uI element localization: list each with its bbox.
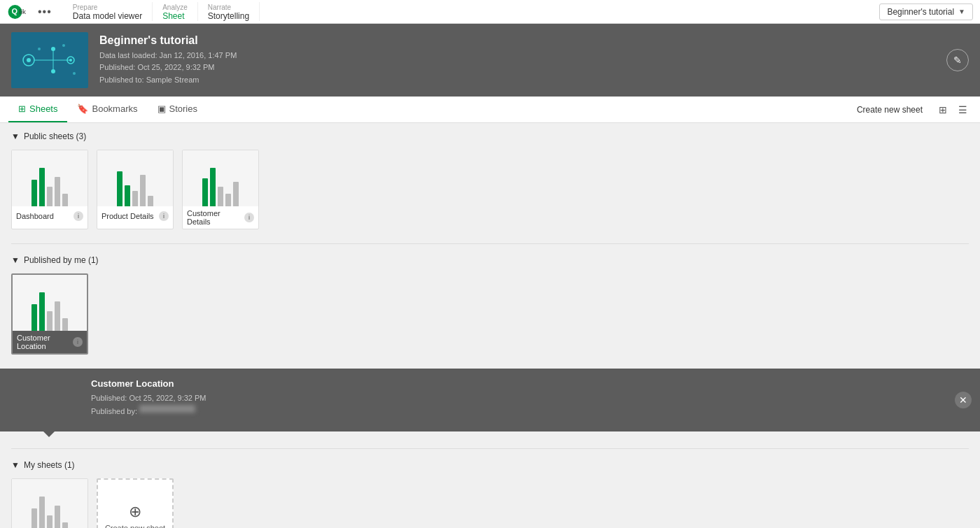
nav-more-icon[interactable]: ••• bbox=[38, 6, 52, 18]
app-thumbnail bbox=[11, 32, 88, 88]
svg-point-14 bbox=[38, 48, 41, 50]
grid-view-button[interactable]: ⊞ bbox=[934, 101, 952, 119]
published-by-me-chevron: ▼ bbox=[11, 255, 20, 265]
tooltip-published-by: Published by: bbox=[91, 405, 945, 418]
app-logo: Q lik bbox=[7, 4, 31, 20]
chevron-down-icon: ▼ bbox=[958, 8, 965, 15]
info-icon-customer-location[interactable]: i bbox=[73, 337, 83, 347]
sheet-thumb-product-details bbox=[97, 150, 173, 206]
tooltip-panel: Customer Location Published: Oct 25, 202… bbox=[0, 369, 980, 431]
app-data-loaded: Data last loaded: Jan 12, 2016, 1:47 PM bbox=[99, 50, 969, 62]
public-sheets-grid: Dashboard i Product Details i bbox=[11, 150, 969, 229]
info-icon-customer-details[interactable]: i bbox=[244, 213, 254, 222]
tab-sheets[interactable]: ⊞ Sheets bbox=[8, 97, 67, 122]
sheet-label-customer-details: Customer Details i bbox=[183, 206, 258, 229]
sheet-label-dashboard: Dashboard i bbox=[12, 206, 88, 226]
sheet-card-customer-location[interactable]: Customer Location i bbox=[11, 273, 88, 355]
sheets-icon: ⊞ bbox=[18, 104, 26, 114]
svg-point-8 bbox=[51, 47, 55, 51]
tab-bookmarks[interactable]: 🔖 Bookmarks bbox=[67, 97, 147, 122]
sheet-card-dashboard[interactable]: Dashboard i bbox=[11, 150, 88, 229]
svg-text:lik: lik bbox=[20, 8, 26, 15]
tooltip-close-button[interactable]: ✕ bbox=[955, 392, 972, 408]
list-view-button[interactable]: ☰ bbox=[953, 101, 972, 119]
sheet-thumb-customer-location bbox=[13, 275, 87, 331]
app-info: Beginner's tutorial Data last loaded: Ja… bbox=[99, 34, 969, 87]
content-area: ▼ Public sheets (3) Dashboard i bbox=[0, 123, 980, 528]
sheet-card-private-sample[interactable]: Private sheet – sample i bbox=[11, 478, 88, 528]
app-published: Published: Oct 25, 2022, 9:32 PM bbox=[99, 62, 969, 74]
tab-stories[interactable]: ▣ Stories bbox=[148, 97, 207, 122]
sheet-card-customer-details[interactable]: Customer Details i bbox=[182, 150, 259, 229]
tabs-bar: ⊞ Sheets 🔖 Bookmarks ▣ Stories Create ne… bbox=[0, 97, 980, 123]
published-by-me-header[interactable]: ▼ Published by me (1) bbox=[11, 255, 969, 265]
edit-icon: ✎ bbox=[953, 55, 962, 66]
my-sheets-title: My sheets (1) bbox=[24, 460, 75, 470]
svg-point-16 bbox=[73, 72, 76, 75]
sheet-thumb-private-sample bbox=[12, 479, 88, 528]
nav-prepare[interactable]: Prepare Data model viewer bbox=[63, 2, 153, 21]
list-view-icon: ☰ bbox=[958, 104, 967, 115]
sheet-label-product-details: Product Details i bbox=[97, 206, 173, 226]
my-sheets-header[interactable]: ▼ My sheets (1) bbox=[11, 460, 969, 470]
svg-point-5 bbox=[27, 58, 31, 62]
svg-point-15 bbox=[62, 44, 65, 47]
svg-point-10 bbox=[51, 69, 55, 73]
nav-analyze[interactable]: Analyze Sheet bbox=[153, 2, 198, 21]
my-sheets-grid: Private sheet – sample i ⊕ Create new sh… bbox=[11, 478, 969, 528]
my-sheets-chevron: ▼ bbox=[11, 460, 20, 470]
app-dropdown[interactable]: Beginner's tutorial ▼ bbox=[879, 3, 973, 20]
public-sheets-chevron: ▼ bbox=[11, 131, 20, 141]
bookmarks-icon: 🔖 bbox=[77, 104, 88, 114]
app-published-to: Published to: Sample Stream bbox=[99, 74, 969, 87]
top-nav: Q lik ••• Prepare Data model viewer Anal… bbox=[0, 0, 980, 24]
svg-text:Q: Q bbox=[12, 7, 18, 15]
published-by-me-title: Published by me (1) bbox=[24, 255, 99, 265]
public-sheets-header[interactable]: ▼ Public sheets (3) bbox=[11, 131, 969, 141]
public-sheets-title: Public sheets (3) bbox=[24, 131, 86, 141]
app-header: Beginner's tutorial Data last loaded: Ja… bbox=[0, 24, 980, 97]
grid-view-icon: ⊞ bbox=[939, 104, 947, 115]
tooltip-arrow bbox=[43, 431, 55, 437]
edit-button[interactable]: ✎ bbox=[946, 49, 969, 71]
published-by-me-grid: Customer Location i bbox=[11, 273, 969, 355]
sheet-thumb-customer-details bbox=[183, 150, 258, 206]
info-icon-dashboard[interactable]: i bbox=[74, 211, 83, 221]
svg-point-13 bbox=[69, 59, 72, 62]
app-title: Beginner's tutorial bbox=[99, 34, 969, 47]
sheet-thumb-dashboard bbox=[12, 150, 88, 206]
add-circle-icon: ⊕ bbox=[129, 503, 141, 521]
sheet-card-product-details[interactable]: Product Details i bbox=[97, 150, 174, 229]
tooltip-author-blurred bbox=[139, 405, 195, 413]
create-new-sheet-card[interactable]: ⊕ Create new sheet bbox=[97, 478, 174, 528]
close-icon: ✕ bbox=[959, 394, 967, 406]
create-new-sheet-button[interactable]: Create new sheet bbox=[851, 102, 928, 117]
stories-icon: ▣ bbox=[158, 104, 166, 114]
nav-narrate[interactable]: Narrate Storytelling bbox=[198, 2, 260, 21]
tooltip-published: Published: Oct 25, 2022, 9:32 PM bbox=[91, 392, 945, 405]
info-icon-product-details[interactable]: i bbox=[159, 211, 169, 221]
sheet-label-customer-location: Customer Location i bbox=[13, 331, 87, 353]
create-new-sheet-label: Create new sheet bbox=[105, 524, 165, 528]
tooltip-title: Customer Location bbox=[91, 378, 945, 389]
